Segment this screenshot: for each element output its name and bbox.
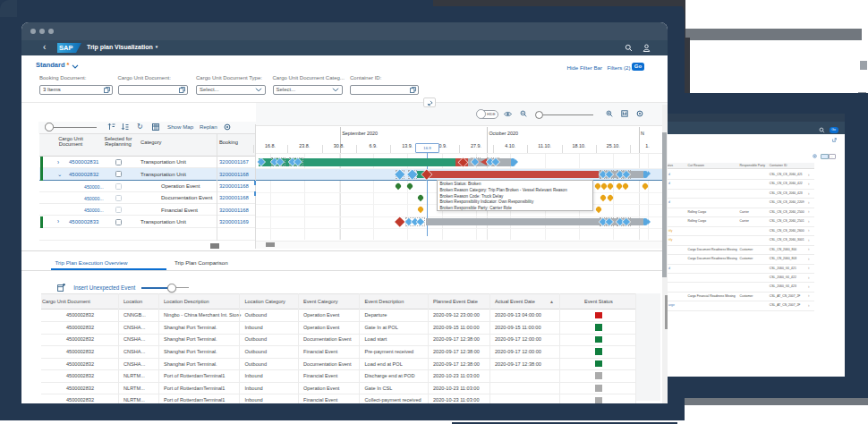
- svg-text:SAP: SAP: [59, 44, 72, 52]
